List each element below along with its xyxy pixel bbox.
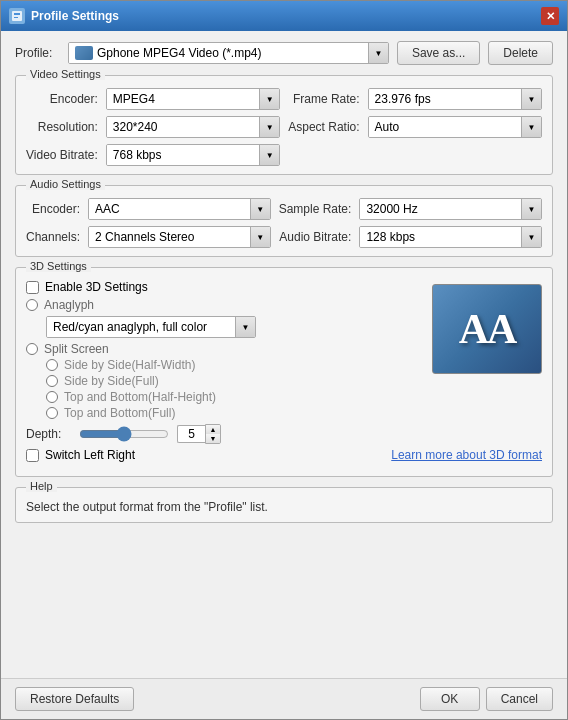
audio-section-title: Audio Settings	[26, 178, 105, 190]
depth-slider[interactable]	[79, 426, 169, 442]
sub-option-0-radio[interactable]	[46, 359, 58, 371]
depth-label: Depth:	[26, 427, 71, 441]
anaglyph-type-dropdown[interactable]: Red/cyan anaglyph, full color ▼	[46, 316, 256, 338]
channels-dropdown[interactable]: 2 Channels Stereo ▼	[88, 226, 271, 248]
profile-dropdown-arrow[interactable]: ▼	[368, 43, 388, 63]
footer: Restore Defaults OK Cancel	[1, 678, 567, 719]
encoder-value: MPEG4	[107, 89, 259, 109]
sub-option-3-row: Top and Bottom(Full)	[46, 406, 542, 420]
audio-encoder-arrow[interactable]: ▼	[250, 199, 270, 219]
profile-dropdown[interactable]: Gphone MPEG4 Video (*.mp4) ▼	[68, 42, 389, 64]
aspect-ratio-arrow[interactable]: ▼	[521, 117, 541, 137]
video-settings-section: Video Settings Encoder: MPEG4 ▼ Frame Ra…	[15, 75, 553, 175]
ok-button[interactable]: OK	[420, 687, 480, 711]
restore-defaults-button[interactable]: Restore Defaults	[15, 687, 134, 711]
svg-rect-2	[14, 17, 18, 18]
anaglyph-type-arrow[interactable]: ▼	[235, 317, 255, 337]
depth-value-box: ▲ ▼	[177, 424, 221, 444]
learn-more-link[interactable]: Learn more about 3D format	[391, 448, 542, 462]
depth-input[interactable]	[177, 425, 205, 443]
profile-row: Profile: Gphone MPEG4 Video (*.mp4) ▼ Sa…	[15, 41, 553, 65]
switch-lr-row: Switch Left Right Learn more about 3D fo…	[26, 448, 542, 462]
video-bitrate-label: Video Bitrate:	[26, 148, 98, 162]
encoder-dropdown[interactable]: MPEG4 ▼	[106, 88, 280, 110]
save-as-button[interactable]: Save as...	[397, 41, 480, 65]
enable-3d-checkbox[interactable]	[26, 281, 39, 294]
audio-bitrate-dropdown[interactable]: 128 kbps ▼	[359, 226, 542, 248]
enable-3d-label: Enable 3D Settings	[45, 280, 148, 294]
video-bitrate-arrow[interactable]: ▼	[259, 145, 279, 165]
sub-option-2-radio[interactable]	[46, 391, 58, 403]
frame-rate-label: Frame Rate:	[288, 92, 359, 106]
sub-option-2-row: Top and Bottom(Half-Height)	[46, 390, 542, 404]
audio-bitrate-value: 128 kbps	[360, 227, 521, 247]
video-section-title: Video Settings	[26, 68, 105, 80]
help-section-title: Help	[26, 480, 57, 492]
split-screen-radio[interactable]	[26, 343, 38, 355]
resolution-value: 320*240	[107, 117, 259, 137]
depth-down-button[interactable]: ▼	[206, 434, 220, 443]
encoder-arrow[interactable]: ▼	[259, 89, 279, 109]
audio-bitrate-label: Audio Bitrate:	[279, 230, 352, 244]
encoder-label: Encoder:	[26, 92, 98, 106]
sub-option-3-label: Top and Bottom(Full)	[64, 406, 175, 420]
profile-label: Profile:	[15, 46, 60, 60]
aspect-ratio-label: Aspect Ratio:	[288, 120, 359, 134]
help-section: Help Select the output format from the "…	[15, 487, 553, 523]
titlebar: Profile Settings ✕	[1, 1, 567, 31]
svg-rect-0	[12, 11, 22, 21]
audio-settings-grid: Encoder: AAC ▼ Sample Rate: 32000 Hz ▼ C…	[26, 198, 542, 248]
frame-rate-value: 23.976 fps	[369, 89, 521, 109]
split-screen-label: Split Screen	[44, 342, 109, 356]
anaglyph-type-value: Red/cyan anaglyph, full color	[47, 317, 235, 337]
resolution-arrow[interactable]: ▼	[259, 117, 279, 137]
resolution-label: Resolution:	[26, 120, 98, 134]
help-text: Select the output format from the "Profi…	[26, 500, 542, 514]
channels-arrow[interactable]: ▼	[250, 227, 270, 247]
sample-rate-arrow[interactable]: ▼	[521, 199, 541, 219]
switch-lr-checkbox[interactable]	[26, 449, 39, 462]
3d-section-title: 3D Settings	[26, 260, 91, 272]
sub-option-1-row: Side by Side(Full)	[46, 374, 542, 388]
video-bitrate-dropdown[interactable]: 768 kbps ▼	[106, 144, 280, 166]
channels-value: 2 Channels Stereo	[89, 227, 250, 247]
sub-option-2-label: Top and Bottom(Half-Height)	[64, 390, 216, 404]
audio-settings-section: Audio Settings Encoder: AAC ▼ Sample Rat…	[15, 185, 553, 257]
channels-label: Channels:	[26, 230, 80, 244]
sub-option-3-radio[interactable]	[46, 407, 58, 419]
audio-encoder-dropdown[interactable]: AAC ▼	[88, 198, 271, 220]
aspect-ratio-value: Auto	[369, 117, 521, 137]
window-title: Profile Settings	[31, 9, 119, 23]
sample-rate-value: 32000 Hz	[360, 199, 521, 219]
sample-rate-dropdown[interactable]: 32000 Hz ▼	[359, 198, 542, 220]
video-bitrate-value: 768 kbps	[107, 145, 259, 165]
depth-up-button[interactable]: ▲	[206, 425, 220, 434]
profile-file-icon	[75, 46, 93, 60]
sub-option-1-radio[interactable]	[46, 375, 58, 387]
anaglyph-label: Anaglyph	[44, 298, 94, 312]
sample-rate-label: Sample Rate:	[279, 202, 352, 216]
aspect-ratio-dropdown[interactable]: Auto ▼	[368, 116, 542, 138]
preview-text: AA	[459, 305, 516, 353]
audio-bitrate-arrow[interactable]: ▼	[521, 227, 541, 247]
profile-settings-window: Profile Settings ✕ Profile: Gphone MPEG4…	[0, 0, 568, 720]
sub-option-0-label: Side by Side(Half-Width)	[64, 358, 195, 372]
3d-preview: AA	[432, 284, 542, 374]
switch-lr-label: Switch Left Right	[45, 448, 135, 462]
depth-spinner: ▲ ▼	[205, 424, 221, 444]
svg-rect-1	[14, 13, 20, 15]
resolution-dropdown[interactable]: 320*240 ▼	[106, 116, 280, 138]
depth-row: Depth: ▲ ▼	[26, 424, 542, 444]
anaglyph-radio[interactable]	[26, 299, 38, 311]
sub-option-1-label: Side by Side(Full)	[64, 374, 159, 388]
audio-encoder-value: AAC	[89, 199, 250, 219]
video-settings-grid: Encoder: MPEG4 ▼ Frame Rate: 23.976 fps …	[26, 88, 542, 166]
window-icon	[9, 8, 25, 24]
cancel-button[interactable]: Cancel	[486, 687, 553, 711]
3d-settings-section: 3D Settings AA Enable 3D Settings Anagly…	[15, 267, 553, 477]
frame-rate-arrow[interactable]: ▼	[521, 89, 541, 109]
delete-button[interactable]: Delete	[488, 41, 553, 65]
close-button[interactable]: ✕	[541, 7, 559, 25]
audio-encoder-label: Encoder:	[26, 202, 80, 216]
frame-rate-dropdown[interactable]: 23.976 fps ▼	[368, 88, 542, 110]
